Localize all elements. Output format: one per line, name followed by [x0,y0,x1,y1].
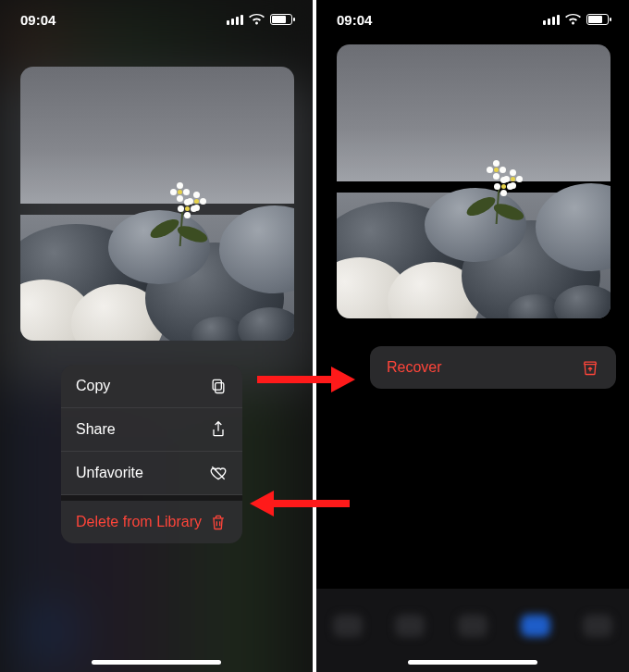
tab-items [316,615,629,637]
screenshot-recently-deleted: 09:04 Recover [316,0,629,672]
recover-label: Recover [387,359,442,376]
menu-item-unfavorite[interactable]: Unfavorite [61,452,242,495]
wifi-icon [249,14,265,25]
photo-preview[interactable] [20,67,294,341]
status-indicators [543,14,609,25]
home-indicator[interactable] [408,660,537,665]
photo-preview[interactable] [337,44,610,318]
cellular-icon [543,15,560,25]
menu-item-copy[interactable]: Copy [61,365,242,408]
home-indicator[interactable] [92,660,221,665]
status-time: 09:04 [20,12,56,28]
battery-icon [270,14,292,25]
menu-item-delete[interactable]: Delete from Library [61,501,242,543]
status-time: 09:04 [337,12,372,28]
menu-label: Copy [76,378,110,394]
menu-item-share[interactable]: Share [61,408,242,452]
cellular-icon [227,15,243,25]
wifi-icon [565,14,581,25]
share-icon [209,420,228,439]
heart-slash-icon [209,464,228,482]
menu-label: Delete from Library [76,514,202,530]
annotation-arrow-right [257,367,357,392]
svg-rect-0 [216,383,224,393]
annotation-arrow-left [250,491,350,516]
svg-rect-1 [213,380,221,390]
battery-icon [586,14,609,25]
recover-button[interactable]: Recover [370,346,616,389]
menu-label: Unfavorite [76,465,143,481]
copy-icon [209,377,228,395]
status-bar: 09:04 [0,9,313,30]
screenshot-context-menu: 09:04 Cop [0,0,313,672]
trash-icon [209,513,228,531]
recover-icon [581,358,599,377]
status-indicators [227,14,292,25]
status-bar: 09:04 [316,9,629,30]
context-menu: Copy Share Unfavorite Delete from Librar… [61,365,242,543]
menu-label: Share [76,421,116,438]
